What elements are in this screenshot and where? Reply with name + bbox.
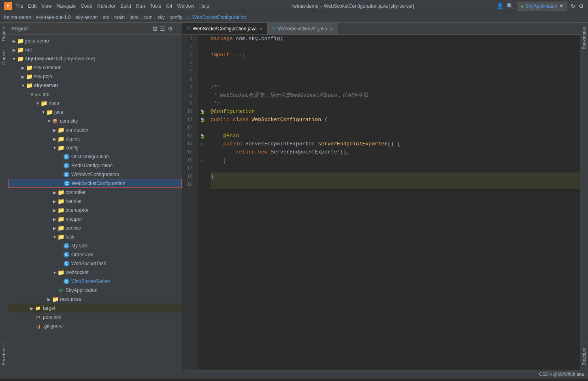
tree-item-oss-config[interactable]: C OssConfiguration (8, 152, 182, 161)
tree-item-target[interactable]: ▶ 📁 target (8, 304, 182, 313)
menu-build[interactable]: Build (120, 3, 131, 9)
collapse-all-icon[interactable]: ☰ (160, 26, 165, 32)
menu-help[interactable]: Help (199, 3, 209, 9)
folder-icon-annotation: 📁 (58, 127, 64, 133)
tree-item-config[interactable]: ▼ 📁 config (8, 143, 182, 152)
tree-item-java[interactable]: ▼ 📁 java (8, 108, 182, 117)
user-icon[interactable]: 👤 (496, 3, 503, 9)
right-sidebar-tabs: Bookmarks Structure (580, 23, 588, 370)
crumb-config[interactable]: config (170, 15, 183, 20)
tree-item-resources[interactable]: ▶ 📁 resources (8, 295, 182, 304)
sidebar-tab-structure-right[interactable]: Structure (580, 343, 588, 370)
crumb-heima-demo[interactable]: heima-demo (4, 15, 31, 20)
crumb-websocketconfig[interactable]: WebSocketConfiguration (192, 15, 246, 20)
close-panel-icon[interactable]: − (175, 26, 179, 32)
menu-view[interactable]: View (41, 3, 52, 9)
refresh-icon[interactable]: ↻ (571, 3, 575, 9)
filter-icon[interactable]: ⚙ (168, 26, 173, 32)
tree-item-handler[interactable]: ▶ 📁 handler (8, 197, 182, 206)
crumb-sky-server[interactable]: sky-server (76, 15, 98, 20)
tree-item-ordertask[interactable]: C OrderTask (8, 250, 182, 259)
folder-icon-sky-pojo: 📁 (26, 73, 32, 80)
code-content[interactable]: package com.sky.config; import ...; /** (207, 35, 580, 370)
tab-close-websocket-config[interactable]: ✕ (259, 27, 262, 31)
tree-item-controller[interactable]: ▶ 📁 controller (8, 188, 182, 197)
tree-item-interceptor[interactable]: ▶ 📁 interceptor (8, 206, 182, 215)
run-config-dropdown[interactable]: ● SkyApplication ▼ (517, 2, 567, 11)
menu-run[interactable]: Run (136, 3, 145, 9)
tree-item-mytask[interactable]: C MyTask (8, 241, 182, 250)
status-right: CSDN @清风微凉 aaa (539, 371, 584, 377)
crumb-sky-take-out[interactable]: sky-take-out-1.0 (36, 15, 71, 20)
sidebar-tab-structure[interactable]: Structure (0, 343, 8, 370)
crumb-src[interactable]: src (103, 15, 109, 20)
left-sidebar-tabs: Project Commit Structure (0, 23, 8, 370)
folder-icon-sky-common: 📁 (26, 64, 32, 71)
menu-refactor[interactable]: Refactor (97, 3, 115, 9)
tree-item-main[interactable]: ▼ 📁 main (8, 99, 182, 108)
code-line-2 (211, 43, 580, 51)
menu-edit[interactable]: Edit (28, 3, 36, 9)
menu-git[interactable]: Git (166, 3, 172, 9)
crumb-main[interactable]: main (114, 15, 125, 20)
tree-item-task[interactable]: ▼ 📁 task (8, 232, 182, 241)
tab-websocket-config[interactable]: C WebSocketConfiguration.java ✕ (182, 23, 268, 34)
tree-item-sky-common[interactable]: ▶ 📁 sky-common (8, 63, 182, 72)
tree-item-com-sky[interactable]: ▼ 📦 com.sky (8, 117, 182, 126)
tree-item-websockettask[interactable]: C WebSocketTask (8, 259, 182, 268)
folder-icon-interceptor: 📁 (58, 207, 64, 213)
folder-icon-out: 📁 (17, 47, 23, 53)
xml-icon-pom: m (35, 314, 41, 320)
menu-file[interactable]: File (15, 3, 23, 9)
tree-item-gitignore[interactable]: .g .gitignore (8, 321, 182, 330)
tree-item-websocket[interactable]: ▼ 📁 websocket (8, 268, 182, 277)
sidebar-tab-bookmarks[interactable]: Bookmarks (580, 23, 588, 53)
tree-item-sky-take-out[interactable]: ▼ 📁 sky-take-out-1.0 [sky-take-out] (8, 54, 182, 63)
tab-close-websocket-server[interactable]: ✕ (330, 27, 333, 31)
tree-item-websocket-config[interactable]: C WebSocketConfiguration (8, 179, 182, 188)
tree-item-pom[interactable]: m pom.xml (8, 313, 182, 321)
code-line-4 (211, 59, 580, 67)
folder-icon-controller: 📁 (58, 189, 64, 196)
crumb-com[interactable]: com (143, 15, 153, 20)
code-editor[interactable]: 1 2 3 4 5 6 7 8 9 10 11 12 13 14 15 16 1… (182, 35, 580, 370)
menu-code[interactable]: Code (81, 3, 92, 9)
code-line-12 (211, 124, 580, 132)
main-layout: Project Commit Structure Project ⊞ ☰ ⚙ −… (0, 23, 588, 370)
crumb-sky[interactable]: sky (158, 15, 165, 20)
tree-item-out[interactable]: ▶ 📁 out (8, 45, 182, 54)
tree-item-src[interactable]: ▼ src src (8, 90, 182, 99)
tab-icon-websocket-config: C (187, 26, 190, 31)
code-line-5 (211, 67, 580, 75)
sidebar-tab-commit[interactable]: Commit (0, 45, 8, 69)
tree-item-webmvc-config[interactable]: C WebMvcConfiguration (8, 170, 182, 179)
tree-item-jedis-demo[interactable]: ▶ 📁 jedis-demo (8, 36, 182, 45)
tree-item-skyapp[interactable]: ⚙ SkyApplication (8, 286, 182, 295)
tab-label-websocket-config: WebSocketConfiguration.java (193, 26, 257, 32)
tree-item-sky-pojo[interactable]: ▶ 📁 sky-pojo (8, 72, 182, 81)
tab-websocket-server[interactable]: C WebSocketServer.java ✕ (268, 23, 338, 34)
sidebar-tab-project[interactable]: Project (0, 23, 8, 45)
code-line-18: } (211, 172, 580, 181)
project-panel: Project ⊞ ☰ ⚙ − ▶ 📁 jedis-demo ▶ 📁 out (8, 23, 182, 370)
tree-item-aspect[interactable]: ▶ 📁 aspect (8, 134, 182, 143)
tree-item-service[interactable]: ▶ 📁 service (8, 223, 182, 232)
expand-all-icon[interactable]: ⊞ (153, 26, 158, 32)
tree-item-mapper[interactable]: ▶ 📁 mapper (8, 215, 182, 223)
window-title: heima-demo – WebSocketConfiguration.java… (209, 3, 496, 9)
settings-icon[interactable]: ⚙ (579, 3, 584, 9)
menu-window[interactable]: Window (177, 3, 194, 9)
tree-item-websocketserver[interactable]: C WebSocketServer (8, 277, 182, 286)
project-tree: ▶ 📁 jedis-demo ▶ 📁 out ▼ 📁 sky-take-out-… (8, 35, 182, 370)
tree-item-redis-config[interactable]: C RedisConfiguration (8, 161, 182, 170)
project-panel-header: Project ⊞ ☰ ⚙ − (8, 23, 182, 35)
class-icon-webmvc: C (63, 171, 70, 178)
gutter-markers: 🍃 🍃 🍃 ▷ ▷ (198, 35, 207, 370)
tree-item-sky-server[interactable]: ▼ 📁 sky-server (8, 81, 182, 90)
search-everywhere-icon[interactable]: 🔍 (507, 3, 513, 9)
menu-tools[interactable]: Tools (150, 3, 161, 9)
class-icon-websocket-config: C (64, 180, 70, 187)
menu-navigate[interactable]: Navigate (57, 3, 76, 9)
tree-item-annotation[interactable]: ▶ 📁 annotation (8, 126, 182, 134)
crumb-java[interactable]: java (130, 15, 138, 20)
